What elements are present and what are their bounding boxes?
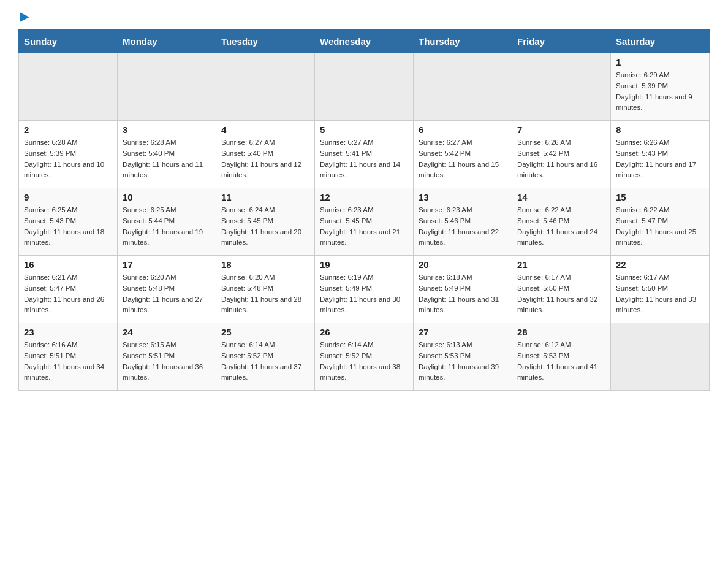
- day-cell: 6Sunrise: 6:27 AM Sunset: 5:42 PM Daylig…: [414, 121, 512, 188]
- day-info: Sunrise: 6:28 AM Sunset: 5:39 PM Dayligh…: [24, 137, 112, 181]
- day-cell: 14Sunrise: 6:22 AM Sunset: 5:46 PM Dayli…: [512, 188, 611, 256]
- day-cell: 21Sunrise: 6:17 AM Sunset: 5:50 PM Dayli…: [512, 256, 611, 323]
- header-cell-thursday: Thursday: [414, 30, 512, 53]
- day-number: 22: [616, 259, 704, 270]
- day-number: 15: [616, 192, 704, 202]
- day-info: Sunrise: 6:17 AM Sunset: 5:50 PM Dayligh…: [517, 272, 605, 316]
- day-info: Sunrise: 6:18 AM Sunset: 5:49 PM Dayligh…: [419, 272, 507, 316]
- day-number: 12: [320, 192, 408, 202]
- day-info: Sunrise: 6:24 AM Sunset: 5:45 PM Dayligh…: [221, 205, 309, 248]
- day-cell: 7Sunrise: 6:26 AM Sunset: 5:42 PM Daylig…: [512, 121, 611, 188]
- header-cell-sunday: Sunday: [19, 30, 118, 53]
- day-cell: 1Sunrise: 6:29 AM Sunset: 5:39 PM Daylig…: [611, 53, 710, 121]
- day-info: Sunrise: 6:22 AM Sunset: 5:47 PM Dayligh…: [616, 205, 704, 248]
- day-number: 8: [616, 124, 704, 135]
- day-number: 24: [123, 327, 211, 337]
- day-cell: 23Sunrise: 6:16 AM Sunset: 5:51 PM Dayli…: [19, 323, 118, 391]
- day-info: Sunrise: 6:26 AM Sunset: 5:43 PM Dayligh…: [616, 137, 704, 181]
- day-cell: 28Sunrise: 6:12 AM Sunset: 5:53 PM Dayli…: [512, 323, 611, 391]
- day-cell: 2Sunrise: 6:28 AM Sunset: 5:39 PM Daylig…: [19, 121, 118, 188]
- day-number: 5: [320, 124, 408, 135]
- header-cell-friday: Friday: [512, 30, 611, 53]
- week-row-5: 23Sunrise: 6:16 AM Sunset: 5:51 PM Dayli…: [19, 323, 710, 391]
- day-cell: 13Sunrise: 6:23 AM Sunset: 5:46 PM Dayli…: [414, 188, 512, 256]
- day-info: Sunrise: 6:15 AM Sunset: 5:51 PM Dayligh…: [123, 340, 211, 383]
- day-info: Sunrise: 6:14 AM Sunset: 5:52 PM Dayligh…: [221, 340, 309, 383]
- day-cell: 27Sunrise: 6:13 AM Sunset: 5:53 PM Dayli…: [414, 323, 512, 391]
- day-info: Sunrise: 6:13 AM Sunset: 5:53 PM Dayligh…: [419, 340, 507, 383]
- day-cell: [216, 53, 315, 121]
- logo-arrow-icon: [20, 12, 29, 25]
- day-cell: [414, 53, 512, 121]
- svg-marker-0: [20, 12, 29, 22]
- day-number: 14: [517, 192, 605, 202]
- day-number: 4: [221, 124, 309, 135]
- day-info: Sunrise: 6:26 AM Sunset: 5:42 PM Dayligh…: [517, 137, 605, 181]
- header-cell-wednesday: Wednesday: [315, 30, 414, 53]
- day-info: Sunrise: 6:20 AM Sunset: 5:48 PM Dayligh…: [123, 272, 211, 316]
- day-number: 28: [517, 327, 605, 337]
- day-info: Sunrise: 6:28 AM Sunset: 5:40 PM Dayligh…: [123, 137, 211, 181]
- day-info: Sunrise: 6:21 AM Sunset: 5:47 PM Dayligh…: [24, 272, 112, 316]
- day-info: Sunrise: 6:20 AM Sunset: 5:48 PM Dayligh…: [221, 272, 309, 316]
- day-number: 18: [221, 259, 309, 270]
- day-number: 27: [419, 327, 507, 337]
- day-number: 20: [419, 259, 507, 270]
- day-number: 1: [616, 57, 704, 67]
- day-cell: 22Sunrise: 6:17 AM Sunset: 5:50 PM Dayli…: [611, 256, 710, 323]
- week-row-4: 16Sunrise: 6:21 AM Sunset: 5:47 PM Dayli…: [19, 256, 710, 323]
- header-cell-saturday: Saturday: [611, 30, 710, 53]
- day-number: 6: [419, 124, 507, 135]
- header-cell-monday: Monday: [118, 30, 216, 53]
- day-info: Sunrise: 6:16 AM Sunset: 5:51 PM Dayligh…: [24, 340, 112, 383]
- day-cell: [315, 53, 414, 121]
- day-cell: 16Sunrise: 6:21 AM Sunset: 5:47 PM Dayli…: [19, 256, 118, 323]
- calendar-header: SundayMondayTuesdayWednesdayThursdayFrid…: [19, 30, 710, 53]
- week-row-1: 1Sunrise: 6:29 AM Sunset: 5:39 PM Daylig…: [19, 53, 710, 121]
- day-info: Sunrise: 6:27 AM Sunset: 5:42 PM Dayligh…: [419, 137, 507, 181]
- day-cell: [512, 53, 611, 121]
- day-number: 17: [123, 259, 211, 270]
- day-info: Sunrise: 6:23 AM Sunset: 5:45 PM Dayligh…: [320, 205, 408, 248]
- day-number: 21: [517, 259, 605, 270]
- day-number: 3: [123, 124, 211, 135]
- day-info: Sunrise: 6:22 AM Sunset: 5:46 PM Dayligh…: [517, 205, 605, 248]
- day-number: 11: [221, 192, 309, 202]
- day-cell: 19Sunrise: 6:19 AM Sunset: 5:49 PM Dayli…: [315, 256, 414, 323]
- day-info: Sunrise: 6:17 AM Sunset: 5:50 PM Dayligh…: [616, 272, 704, 316]
- calendar-table: SundayMondayTuesdayWednesdayThursdayFrid…: [18, 29, 710, 391]
- day-number: 25: [221, 327, 309, 337]
- day-info: Sunrise: 6:27 AM Sunset: 5:41 PM Dayligh…: [320, 137, 408, 181]
- day-cell: [19, 53, 118, 121]
- day-cell: 26Sunrise: 6:14 AM Sunset: 5:52 PM Dayli…: [315, 323, 414, 391]
- day-cell: 25Sunrise: 6:14 AM Sunset: 5:52 PM Dayli…: [216, 323, 315, 391]
- day-info: Sunrise: 6:23 AM Sunset: 5:46 PM Dayligh…: [419, 205, 507, 248]
- day-info: Sunrise: 6:29 AM Sunset: 5:39 PM Dayligh…: [616, 70, 704, 113]
- day-number: 13: [419, 192, 507, 202]
- day-cell: 10Sunrise: 6:25 AM Sunset: 5:44 PM Dayli…: [118, 188, 216, 256]
- day-number: 9: [24, 192, 112, 202]
- day-cell: 18Sunrise: 6:20 AM Sunset: 5:48 PM Dayli…: [216, 256, 315, 323]
- day-info: Sunrise: 6:25 AM Sunset: 5:44 PM Dayligh…: [123, 205, 211, 248]
- day-number: 7: [517, 124, 605, 135]
- day-number: 16: [24, 259, 112, 270]
- day-cell: 4Sunrise: 6:27 AM Sunset: 5:40 PM Daylig…: [216, 121, 315, 188]
- day-cell: 12Sunrise: 6:23 AM Sunset: 5:45 PM Dayli…: [315, 188, 414, 256]
- day-info: Sunrise: 6:25 AM Sunset: 5:43 PM Dayligh…: [24, 205, 112, 248]
- day-cell: 17Sunrise: 6:20 AM Sunset: 5:48 PM Dayli…: [118, 256, 216, 323]
- day-number: 26: [320, 327, 408, 337]
- day-info: Sunrise: 6:27 AM Sunset: 5:40 PM Dayligh…: [221, 137, 309, 181]
- day-number: 19: [320, 259, 408, 270]
- day-info: Sunrise: 6:14 AM Sunset: 5:52 PM Dayligh…: [320, 340, 408, 383]
- day-cell: 11Sunrise: 6:24 AM Sunset: 5:45 PM Dayli…: [216, 188, 315, 256]
- header-cell-tuesday: Tuesday: [216, 30, 315, 53]
- day-number: 2: [24, 124, 112, 135]
- day-info: Sunrise: 6:19 AM Sunset: 5:49 PM Dayligh…: [320, 272, 408, 316]
- page-header: [18, 12, 710, 23]
- day-cell: [118, 53, 216, 121]
- day-cell: [611, 323, 710, 391]
- week-row-2: 2Sunrise: 6:28 AM Sunset: 5:39 PM Daylig…: [19, 121, 710, 188]
- day-cell: 20Sunrise: 6:18 AM Sunset: 5:49 PM Dayli…: [414, 256, 512, 323]
- day-cell: 24Sunrise: 6:15 AM Sunset: 5:51 PM Dayli…: [118, 323, 216, 391]
- day-number: 23: [24, 327, 112, 337]
